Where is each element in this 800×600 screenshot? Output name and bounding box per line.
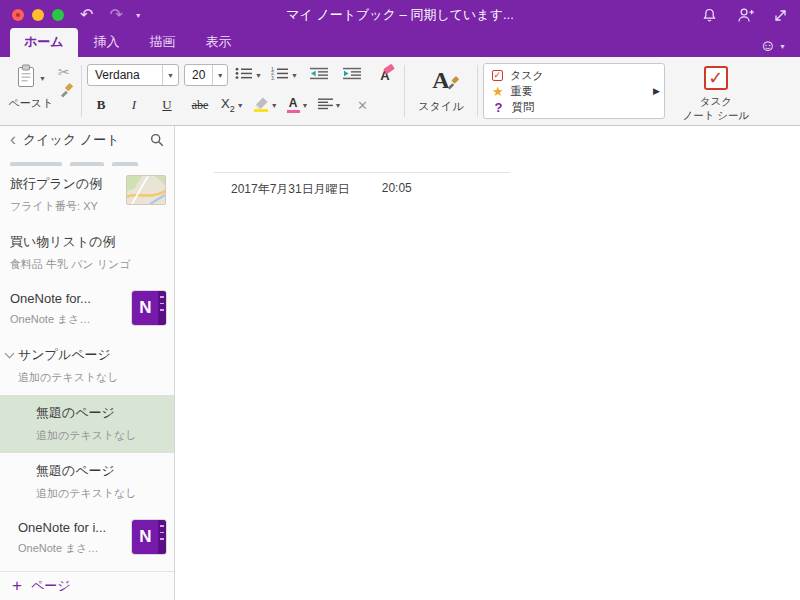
alignment-chevron-icon: ▼	[335, 102, 342, 109]
share-add-person-icon[interactable]	[736, 7, 755, 23]
strikethrough-button[interactable]: abe	[186, 94, 214, 116]
highlighter-icon	[253, 96, 269, 115]
outdent-icon	[310, 67, 328, 83]
task-seal-checkbox-icon: ✓	[704, 66, 728, 90]
tab-insert[interactable]: 挿入	[80, 28, 134, 57]
task-seal-button[interactable]: ✓ タスク ノート シール	[673, 61, 759, 121]
svg-text:3.: 3.	[271, 75, 275, 80]
ribbon-separator	[404, 65, 405, 117]
tags-expand-arrow-icon[interactable]: ▶	[653, 86, 660, 96]
bullet-list-button[interactable]: ▼	[233, 64, 264, 86]
styles-brush-icon	[445, 76, 460, 95]
add-page-button[interactable]: + ページ	[0, 571, 174, 600]
page-title: 無題のページ	[36, 404, 166, 422]
notifications-bell-icon[interactable]	[701, 7, 718, 24]
collapse-chevron-icon[interactable]	[5, 349, 15, 359]
quick-access-chevron-icon[interactable]: ▼	[135, 12, 142, 19]
delete-button[interactable]: ✕	[349, 94, 377, 116]
page-title-underline[interactable]	[214, 172, 510, 173]
undo-icon[interactable]: ↶	[80, 7, 93, 23]
clipboard-small-buttons: ✂	[56, 61, 76, 109]
font-size-chevron-icon: ▼	[212, 65, 227, 85]
subscript-label: X2	[221, 96, 235, 114]
paste-chevron-icon: ▼	[39, 75, 46, 82]
smiley-chevron-icon: ▼	[779, 43, 786, 50]
tag-question-label: 質問	[512, 100, 534, 115]
underline-button[interactable]: U	[153, 94, 181, 116]
page-item-shopping-list[interactable]: 買い物リストの例 食料品 牛乳 パン リンゴ	[0, 224, 174, 282]
tags-group: ✓ タスク ★ 重要 ? 質問 ▶	[483, 61, 665, 121]
font-name-chevron-icon: ▼	[162, 65, 178, 85]
ribbon-tab-bar: ホーム 挿入 描画 表示 ☺ ▼	[0, 30, 800, 57]
font-group: Verdana ▼ 20 ▼ ▼ 1.2.3. ▼	[87, 61, 399, 121]
main-area: ‹ クイック ノート 旅行プランの例 フライト番号: XY	[0, 126, 800, 600]
tag-task[interactable]: ✓ タスク	[492, 67, 646, 83]
tags-box: ✓ タスク ★ 重要 ? 質問 ▶	[483, 63, 665, 119]
clipboard-icon	[16, 64, 36, 92]
tag-important[interactable]: ★ 重要	[492, 83, 646, 99]
subscript-button[interactable]: X2 ▼	[219, 94, 246, 116]
page-subtitle: フライト番号: XY	[10, 199, 120, 214]
highlight-color-button[interactable]: ▼	[251, 94, 280, 116]
tab-view[interactable]: 表示	[192, 28, 246, 57]
italic-button[interactable]: I	[120, 94, 148, 116]
tag-question[interactable]: ? 質問	[492, 99, 646, 115]
search-icon[interactable]	[150, 133, 164, 147]
indent-icon	[343, 67, 361, 83]
feedback-smiley-button[interactable]: ☺ ▼	[760, 38, 786, 54]
page-item-untitled[interactable]: 無題のページ 追加のテキストなし	[0, 453, 174, 511]
tab-home[interactable]: ホーム	[10, 28, 78, 57]
onenote-window: ↶ ↷ ▼ マイ ノートブック – 同期しています... ホーム 挿入 描画 表…	[0, 0, 800, 600]
plus-icon: +	[12, 577, 22, 594]
map-thumbnail	[126, 175, 166, 205]
back-chevron-icon[interactable]: ‹	[10, 130, 16, 148]
fullscreen-button[interactable]	[52, 9, 64, 21]
minimize-button[interactable]	[32, 9, 44, 21]
close-button[interactable]	[12, 9, 24, 21]
page-title: OneNote for...	[10, 291, 126, 306]
page-item-untitled-selected[interactable]: 無題のページ 追加のテキストなし	[0, 395, 174, 453]
smiley-icon: ☺	[760, 38, 776, 54]
outdent-button[interactable]	[305, 64, 333, 86]
page-item-onenote-for-i[interactable]: OneNote for i... OneNote まさ… N	[0, 511, 174, 566]
tab-draw[interactable]: 描画	[136, 28, 190, 57]
clear-formatting-button[interactable]: A	[371, 64, 399, 86]
page-list: 旅行プランの例 フライト番号: XY 買い物リストの例 食料品 牛乳 パン リン…	[0, 153, 174, 571]
section-title: クイック ノート	[23, 131, 119, 149]
indent-button[interactable]	[338, 64, 366, 86]
styles-button[interactable]: A スタイル	[410, 61, 472, 121]
page-subtitle: 食料品 牛乳 パン リンゴ	[10, 257, 166, 272]
page-canvas[interactable]: 2017年7月31日月曜日 20:05	[175, 126, 800, 600]
page-subtitle: 追加のテキストなし	[18, 370, 166, 385]
ribbon-separator	[81, 65, 82, 117]
page-subtitle: OneNote まさ…	[18, 541, 126, 556]
font-color-button[interactable]: A ▼	[285, 94, 311, 116]
page-date: 2017年7月31日月曜日	[231, 181, 350, 198]
window-title: マイ ノートブック – 同期しています...	[286, 6, 514, 24]
bold-button[interactable]: B	[87, 94, 115, 116]
redo-icon[interactable]: ↷	[109, 7, 122, 23]
page-item-onenote-for[interactable]: OneNote for... OneNote まさ… N	[0, 282, 174, 337]
clipped-page-item[interactable]	[0, 153, 174, 166]
star-icon: ★	[492, 85, 504, 98]
page-item-sample-page[interactable]: サンプルページ 追加のテキストなし	[0, 337, 174, 395]
unsaved-dot-icon	[16, 13, 20, 17]
expand-window-icon[interactable]	[773, 8, 788, 23]
page-title: サンプルページ	[18, 346, 166, 364]
alignment-button[interactable]: ▼	[316, 94, 344, 116]
numbered-list-button[interactable]: 1.2.3. ▼	[269, 64, 300, 86]
ribbon-separator	[477, 65, 478, 117]
bullet-list-chevron-icon: ▼	[255, 72, 262, 79]
font-color-chevron-icon: ▼	[302, 102, 309, 109]
font-name-value: Verdana	[88, 68, 162, 82]
format-painter-brush-icon[interactable]	[58, 83, 74, 103]
question-mark-icon: ?	[492, 101, 505, 114]
paste-button[interactable]: ▼ ペースト	[6, 61, 56, 111]
cut-scissors-icon[interactable]: ✂	[58, 65, 74, 79]
font-size-combo[interactable]: 20 ▼	[184, 64, 228, 86]
ribbon: ▼ ペースト ✂ Verdana ▼ 20 ▼	[0, 57, 800, 126]
clipboard-group: ▼ ペースト ✂	[6, 61, 76, 121]
page-item-travel-plan[interactable]: 旅行プランの例 フライト番号: XY	[0, 166, 174, 224]
page-title: OneNote for i...	[18, 520, 126, 535]
font-name-combo[interactable]: Verdana ▼	[87, 64, 179, 86]
